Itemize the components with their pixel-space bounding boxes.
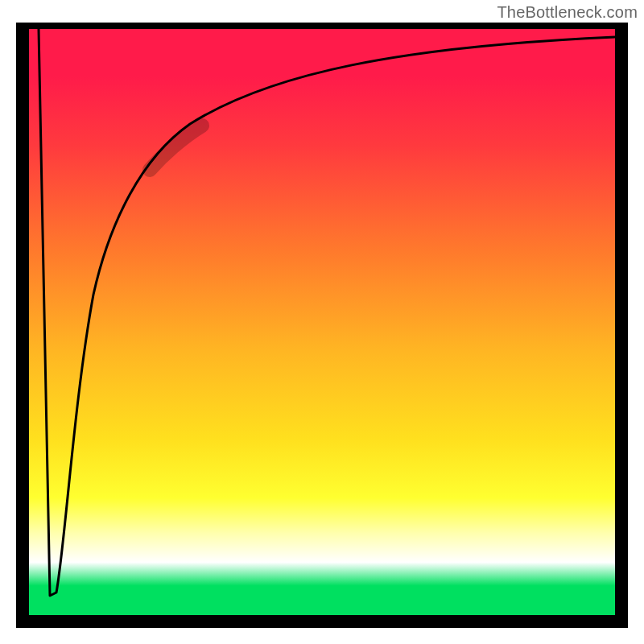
attribution-text: TheBottleneck.com [497, 3, 638, 22]
bottleneck-curve [39, 29, 615, 596]
plot-frame [16, 23, 628, 628]
chart-container: TheBottleneck.com [0, 0, 644, 644]
curve-svg [29, 29, 615, 615]
highlight-segment [150, 126, 202, 170]
plot-area [29, 29, 615, 615]
